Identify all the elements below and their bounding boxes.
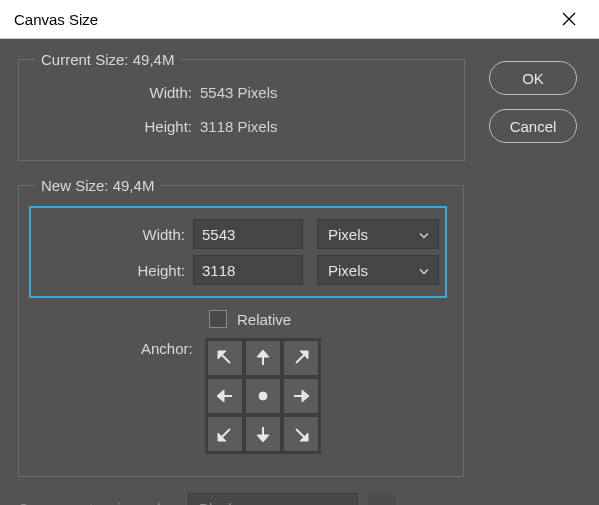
close-icon bbox=[562, 12, 576, 26]
extension-color-value: Black bbox=[199, 500, 236, 506]
arrow-right-icon bbox=[291, 386, 311, 406]
window-title: Canvas Size bbox=[14, 11, 98, 28]
anchor-sw[interactable] bbox=[207, 416, 243, 452]
arrow-up-right-icon bbox=[291, 348, 311, 368]
anchor-s[interactable] bbox=[245, 416, 281, 452]
relative-label: Relative bbox=[237, 311, 291, 328]
arrow-down-icon bbox=[253, 424, 273, 444]
svg-marker-12 bbox=[302, 390, 309, 402]
dot-icon bbox=[253, 386, 273, 406]
anchor-n[interactable] bbox=[245, 340, 281, 376]
width-unit-dropdown[interactable]: Pixels bbox=[317, 219, 439, 249]
arrow-up-left-icon bbox=[215, 348, 235, 368]
anchor-center[interactable] bbox=[245, 378, 281, 414]
svg-point-10 bbox=[259, 392, 267, 400]
title-bar: Canvas Size bbox=[0, 0, 599, 39]
dialog-content: OK Cancel Current Size: 49,4M Width: 554… bbox=[0, 39, 599, 505]
anchor-nw[interactable] bbox=[207, 340, 243, 376]
canvas-size-dialog: Canvas Size OK Cancel Current Size: 49,4… bbox=[0, 0, 599, 505]
new-size-legend: New Size: 49,4M bbox=[35, 177, 160, 194]
anchor-se[interactable] bbox=[283, 416, 319, 452]
close-button[interactable] bbox=[549, 0, 589, 38]
chevron-down-icon bbox=[418, 262, 430, 279]
arrow-down-left-icon bbox=[215, 424, 235, 444]
extension-color-swatch[interactable] bbox=[368, 494, 396, 505]
cancel-button[interactable]: Cancel bbox=[489, 109, 577, 143]
anchor-w[interactable] bbox=[207, 378, 243, 414]
height-unit-dropdown[interactable]: Pixels bbox=[317, 255, 439, 285]
anchor-label: Anchor: bbox=[141, 338, 193, 357]
height-input[interactable] bbox=[193, 255, 303, 285]
relative-checkbox[interactable] bbox=[209, 310, 227, 328]
ok-button[interactable]: OK bbox=[489, 61, 577, 95]
extension-color-dropdown[interactable]: Black bbox=[188, 493, 358, 505]
new-size-group: New Size: 49,4M Width: Pixels Height: bbox=[18, 177, 464, 477]
arrow-down-right-icon bbox=[291, 424, 311, 444]
height-unit-value: Pixels bbox=[328, 262, 368, 279]
current-height-label: Height: bbox=[35, 118, 200, 135]
width-input[interactable] bbox=[193, 219, 303, 249]
anchor-grid bbox=[205, 338, 321, 454]
dimension-highlight: Width: Pixels Height: Pixels bbox=[29, 206, 447, 298]
svg-marker-9 bbox=[217, 390, 224, 402]
width-unit-value: Pixels bbox=[328, 226, 368, 243]
current-size-legend: Current Size: 49,4M bbox=[35, 51, 180, 68]
svg-marker-16 bbox=[257, 435, 269, 442]
anchor-e[interactable] bbox=[283, 378, 319, 414]
arrow-left-icon bbox=[215, 386, 235, 406]
new-width-label: Width: bbox=[39, 226, 193, 243]
arrow-up-icon bbox=[253, 348, 273, 368]
chevron-down-icon bbox=[337, 500, 349, 506]
svg-marker-5 bbox=[257, 350, 269, 357]
current-width-value: 5543 Pixels bbox=[200, 84, 448, 101]
anchor-ne[interactable] bbox=[283, 340, 319, 376]
current-size-group: Current Size: 49,4M Width: 5543 Pixels H… bbox=[18, 51, 465, 161]
current-height-value: 3118 Pixels bbox=[200, 118, 448, 135]
extension-color-label: Canvas extension color: bbox=[18, 500, 178, 506]
chevron-down-icon bbox=[418, 226, 430, 243]
current-width-label: Width: bbox=[35, 84, 200, 101]
new-height-label: Height: bbox=[39, 262, 193, 279]
extension-color-row: Canvas extension color: Black bbox=[18, 493, 583, 505]
